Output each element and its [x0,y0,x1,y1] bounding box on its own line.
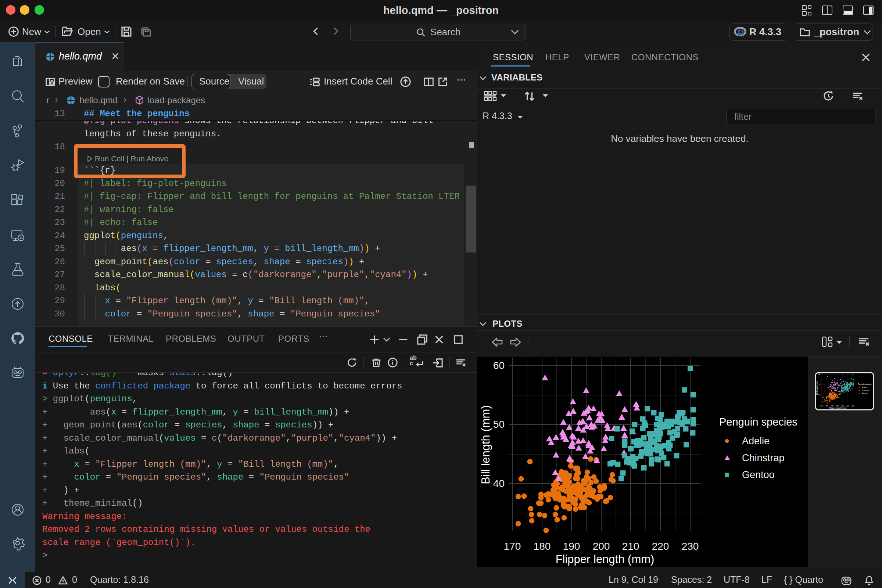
svg-text:200: 200 [593,541,610,552]
svg-text:R: R [738,28,744,37]
svg-text:180: 180 [534,541,551,552]
svg-text:Chinstrap: Chinstrap [742,452,784,464]
svg-text:230: 230 [682,541,699,552]
svg-text:170: 170 [504,541,521,552]
svg-text:Bill length (mm): Bill length (mm) [479,405,492,484]
svg-text:Flipper length (mm): Flipper length (mm) [556,553,654,566]
svg-text:50: 50 [493,418,505,430]
svg-text:Penguin species: Penguin species [719,416,798,428]
svg-text:210: 210 [622,541,639,552]
svg-text:190: 190 [563,541,580,552]
svg-text:40: 40 [493,478,505,489]
svg-text:Adelie: Adelie [742,435,770,447]
svg-text:60: 60 [493,360,505,371]
svg-text:220: 220 [652,541,669,552]
svg-text:Gentoo: Gentoo [742,469,775,480]
